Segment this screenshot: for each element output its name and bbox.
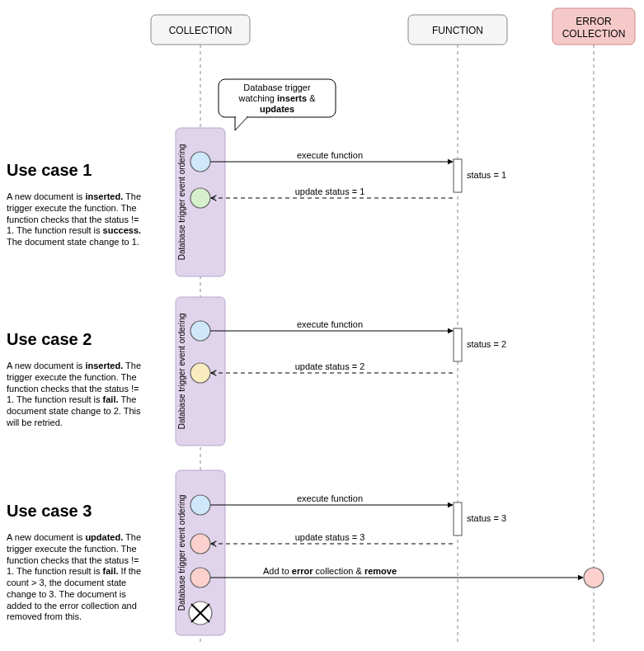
svg-text:status = 2: status = 2 (467, 339, 506, 349)
uc1-function-activation: status = 1 (454, 159, 506, 192)
uc2-function-activation: status = 2 (454, 328, 506, 361)
uc3-dot-fail (190, 534, 210, 554)
uc1-activation: Database trigger event ordering (176, 128, 225, 276)
trigger-callout: Database trigger watching inserts & upda… (219, 79, 336, 130)
lane-error-label-l2: COLLECTION (562, 28, 626, 40)
svg-rect-28 (454, 502, 462, 535)
svg-text:watching inserts &: watching inserts & (238, 93, 317, 103)
uc3-dot-remove-src (190, 568, 210, 587)
svg-text:execute function: execute function (297, 150, 363, 160)
uc2-title: Use case 2 (7, 330, 147, 349)
svg-text:Database trigger event orderin: Database trigger event ordering (177, 495, 186, 611)
lane-collection-label: COLLECTION (169, 25, 233, 36)
svg-text:updates: updates (260, 104, 294, 114)
uc2-body: A new document is inserted. The trigger … (7, 361, 147, 429)
uc1-dot-insert (190, 152, 210, 172)
svg-text:status = 1: status = 1 (467, 170, 506, 180)
uc1-title: Use case 1 (7, 161, 147, 180)
uc2-dot-fail (190, 363, 210, 383)
svg-text:Database trigger event orderin: Database trigger event ordering (177, 144, 186, 261)
uc3-activation: Database trigger event ordering (176, 470, 225, 635)
uc1-body: A new document is inserted. The trigger … (7, 191, 147, 248)
uc3-body: A new document is updated. The trigger e… (7, 532, 147, 623)
svg-text:Database trigger: Database trigger (243, 83, 311, 92)
uc1-dot-success (190, 188, 210, 208)
lane-function-label: FUNCTION (432, 25, 483, 36)
use-case-3: Use case 3 A new document is updated. Th… (7, 502, 147, 623)
lane-error-label-l1: ERROR (576, 16, 612, 27)
uc2-activation: Database trigger event ordering (176, 297, 225, 446)
uc2-dot-insert (190, 321, 210, 341)
uc3-title: Use case 3 (7, 502, 147, 521)
uc3-error-collection-dot (584, 568, 604, 587)
use-case-2: Use case 2 A new document is inserted. T… (7, 330, 147, 429)
use-case-1: Use case 1 A new document is inserted. T… (7, 161, 147, 248)
svg-rect-19 (454, 328, 462, 361)
uc3-function-activation: status = 3 (454, 502, 506, 535)
svg-text:update status = 1: update status = 1 (295, 186, 365, 196)
svg-text:Database trigger event orderin: Database trigger event ordering (177, 314, 186, 430)
svg-text:update status = 2: update status = 2 (295, 361, 365, 371)
svg-text:execute function: execute function (297, 319, 363, 329)
svg-text:Add to error collection & remo: Add to error collection & remove (263, 566, 397, 576)
uc3-dot-update (190, 495, 210, 515)
uc3-removed-icon (189, 601, 212, 625)
svg-rect-13 (454, 159, 462, 192)
svg-text:update status = 3: update status = 3 (295, 532, 365, 542)
svg-text:status = 3: status = 3 (467, 513, 506, 523)
lane-error-collection: ERROR COLLECTION (552, 8, 635, 644)
svg-text:execute function: execute function (297, 493, 363, 503)
